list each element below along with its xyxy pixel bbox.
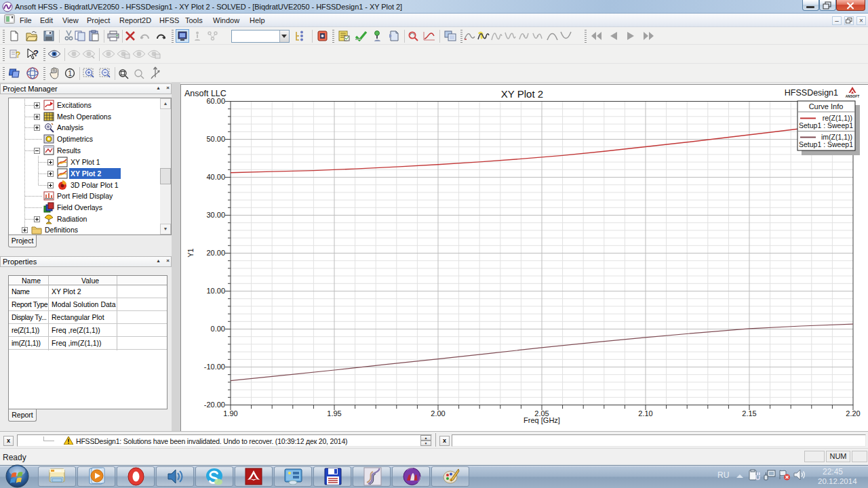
svg-text:Setup1 : Sweep1: Setup1 : Sweep1 (799, 140, 853, 148)
svg-text:0.00: 0.00 (211, 325, 225, 333)
svg-text:Y1: Y1 (186, 248, 195, 257)
svg-text:?: ? (16, 50, 20, 60)
svg-text:2.10: 2.10 (638, 409, 652, 418)
svg-text:60.00: 60.00 (206, 97, 225, 105)
svg-text:HFSSDesign1: HFSSDesign1 (785, 88, 838, 98)
svg-text:1.90: 1.90 (223, 409, 237, 418)
svg-text:-20.00: -20.00 (204, 401, 225, 409)
svg-text:-10.00: -10.00 (204, 363, 225, 371)
svg-text:ANSOFT: ANSOFT (846, 94, 860, 98)
svg-text:2.15: 2.15 (742, 409, 756, 418)
svg-text:Freq [GHz]: Freq [GHz] (524, 416, 560, 424)
svg-text:40.00: 40.00 (206, 173, 225, 181)
svg-text:XY Plot 2: XY Plot 2 (501, 88, 543, 100)
svg-text:1.95: 1.95 (327, 409, 341, 418)
svg-text:1: 1 (68, 70, 73, 77)
svg-text:2.20: 2.20 (846, 409, 860, 418)
svg-text:50.00: 50.00 (206, 135, 225, 143)
svg-text:?: ? (33, 48, 39, 58)
svg-text:Curve Info: Curve Info (809, 102, 844, 110)
svg-text:10.00: 10.00 (206, 287, 225, 295)
svg-text:30.00: 30.00 (206, 211, 225, 219)
svg-text:2.00: 2.00 (431, 409, 445, 418)
svg-text:Setup1 : Sweep1: Setup1 : Sweep1 (799, 121, 853, 129)
svg-text:20.00: 20.00 (206, 249, 225, 257)
